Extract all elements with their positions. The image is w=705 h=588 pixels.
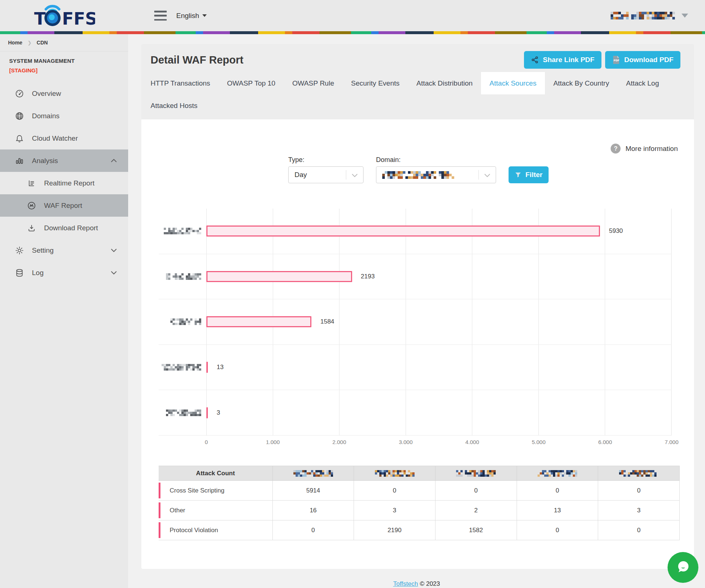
- tabs-row-1: HTTP Transactions OWASP Top 10 OWASP Rul…: [141, 72, 694, 94]
- chart-y-label: [159, 390, 206, 435]
- tab-security-events[interactable]: Security Events: [343, 72, 408, 94]
- chart-row: 2193: [159, 254, 672, 300]
- attack-count-bar: [206, 316, 311, 327]
- footer-brand-link[interactable]: Toffstech: [393, 580, 418, 587]
- user-menu[interactable]: [611, 0, 688, 31]
- x-axis-tick: 3.000: [399, 439, 413, 445]
- sidebar-item-log[interactable]: Log: [0, 261, 128, 284]
- sidebar: T FFS Home ❯ CDN SYSTEM MANAGEMENT [STAG…: [0, 0, 128, 588]
- chart-plot-cell: 5930: [206, 209, 672, 254]
- tab-attack-sources[interactable]: Attack Sources: [481, 72, 545, 94]
- type-select-value: Day: [294, 171, 307, 179]
- x-axis-tick: 1.000: [266, 439, 280, 445]
- share-icon: [531, 56, 539, 64]
- bar-chart-icon: [15, 156, 24, 166]
- breadcrumb-cdn[interactable]: CDN: [37, 40, 48, 46]
- filter-button[interactable]: Filter: [509, 166, 549, 183]
- x-axis-tick: 5.000: [532, 439, 546, 445]
- redacted-ip-label: [170, 318, 201, 325]
- sidebar-item-realtime-report[interactable]: Realtime Report: [0, 172, 128, 194]
- pdf-file-icon: PDF: [612, 55, 620, 64]
- attack-count-cell: 0: [354, 481, 435, 501]
- sidebar-item-label: Setting: [32, 246, 54, 255]
- x-axis-tick: 7.000: [665, 439, 679, 445]
- attack-count-cell: 3: [598, 501, 680, 520]
- chart-plot-cell: 2193: [206, 254, 672, 299]
- redacted-ip-header-pixels: [538, 470, 577, 477]
- gauge-icon: [15, 89, 24, 98]
- share-link-pdf-button[interactable]: Share Link PDF: [524, 51, 601, 69]
- svg-text:T: T: [34, 9, 46, 28]
- chevron-down-icon: [111, 271, 117, 275]
- tab-owasp-top-10[interactable]: OWASP Top 10: [218, 72, 284, 94]
- domain-label: Domain:: [376, 156, 496, 164]
- sidebar-item-overview[interactable]: Overview: [0, 82, 128, 105]
- type-field: Type: Day: [288, 156, 364, 183]
- attack-count-table: Attack Count Cross Site Scripting5914000…: [159, 466, 680, 540]
- attack-sources-card: ? More information Type: Day Domain:: [141, 119, 694, 569]
- sidebar-item-analysis[interactable]: Analysis: [0, 149, 128, 172]
- sidebar-item-label: Log: [32, 269, 44, 277]
- chart-row: 1584: [159, 299, 672, 345]
- flame-circle-icon: [27, 201, 36, 210]
- domain-field: Domain:: [376, 156, 496, 183]
- attack-type-cell: Cross Site Scripting: [159, 481, 272, 501]
- domain-select[interactable]: [376, 166, 496, 183]
- chart-plot-cell: 13: [206, 345, 672, 390]
- chevron-down-icon: [111, 248, 117, 252]
- tab-owasp-rule[interactable]: OWASP Rule: [284, 72, 343, 94]
- chart-y-label: [159, 299, 206, 344]
- section-title: SYSTEM MANAGEMENT: [9, 58, 75, 64]
- x-axis-tick: 6.000: [598, 439, 612, 445]
- download-pdf-button[interactable]: PDF Download PDF: [605, 51, 680, 69]
- attack-count-bar: [206, 362, 208, 373]
- sidebar-item-cloud-watcher[interactable]: Cloud Watcher: [0, 127, 128, 149]
- attack-count-cell: 5914: [272, 481, 354, 501]
- globe-icon: [15, 111, 24, 121]
- sidebar-item-label: Analysis: [32, 157, 58, 165]
- attack-count-cell: 2: [435, 501, 517, 520]
- language-dropdown[interactable]: English: [176, 0, 207, 31]
- chevron-down-icon: [484, 174, 490, 177]
- type-select[interactable]: Day: [288, 166, 364, 183]
- bar-value-label: 5930: [609, 227, 623, 235]
- sidebar-item-domains[interactable]: Domains: [0, 105, 128, 127]
- tab-attack-distribution[interactable]: Attack Distribution: [408, 72, 481, 94]
- tab-attack-by-country[interactable]: Attack By Country: [545, 72, 618, 94]
- panel-header: Detail WAF Report Share Link PDF PDF Dow…: [141, 44, 694, 72]
- language-label: English: [176, 12, 199, 20]
- table-row: Protocol Violation02190158200: [159, 520, 680, 540]
- toffs-logo-icon: T FFS: [33, 4, 95, 28]
- chat-widget-button[interactable]: [668, 552, 698, 583]
- download-icon: [27, 223, 36, 233]
- staging-tag: [STAGING]: [9, 67, 75, 73]
- chart-x-axis: 01.0002.0003.0004.0005.0006.0007.000: [206, 436, 672, 448]
- breadcrumb-home[interactable]: Home: [8, 40, 22, 46]
- sidebar-item-setting[interactable]: Setting: [0, 239, 128, 261]
- type-label: Type:: [288, 156, 364, 164]
- hamburger-menu-icon[interactable]: [154, 11, 167, 21]
- attack-count-cell: 0: [517, 481, 598, 501]
- toffs-logo[interactable]: T FFS: [0, 0, 128, 31]
- tab-attack-log[interactable]: Attack Log: [618, 72, 668, 94]
- redacted-domain-value: [382, 171, 454, 179]
- sidebar-item-download-report[interactable]: Download Report: [0, 217, 128, 239]
- attack-sources-bar-chart: 593021931584133 01.0002.0003.0004.0005.0…: [159, 209, 672, 448]
- tab-attacked-hosts[interactable]: Attacked Hosts: [142, 94, 206, 117]
- redacted-ip-header-pixels: [293, 470, 333, 477]
- redacted-ip-header: [435, 466, 517, 481]
- attack-count-cell: 3: [354, 501, 435, 520]
- realtime-list-icon: [27, 178, 36, 188]
- chat-bubble-icon: [675, 559, 691, 576]
- sidebar-item-waf-report[interactable]: WAF Report: [0, 194, 128, 217]
- attack-count-cell: 0: [598, 481, 680, 501]
- waf-report-page: { "brand": {"name": "TOFFS"}, "header": …: [0, 0, 705, 588]
- more-information[interactable]: ? More information: [611, 144, 678, 154]
- redacted-ip-header: [272, 466, 354, 481]
- tab-http-transactions[interactable]: HTTP Transactions: [142, 72, 218, 94]
- chart-plot: 593021931584133: [159, 209, 672, 436]
- svg-text:PDF: PDF: [614, 59, 619, 62]
- sidebar-nav: Overview Domains Cloud Watcher Analysis: [0, 82, 128, 284]
- breadcrumb-separator-icon: ❯: [28, 40, 32, 46]
- footer-copyright: © 2023: [420, 580, 440, 587]
